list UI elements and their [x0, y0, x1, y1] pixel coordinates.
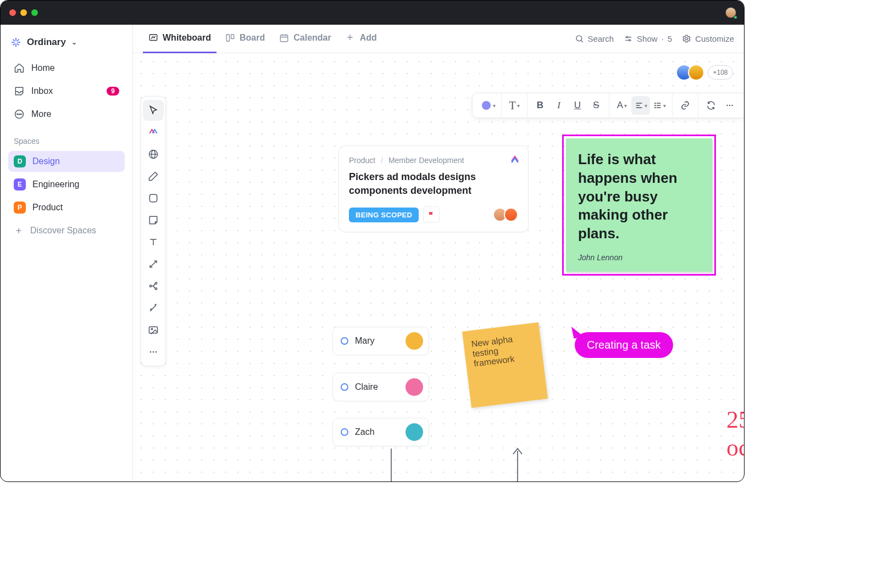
person-card[interactable]: Zach: [332, 418, 429, 446]
format-link[interactable]: [676, 96, 695, 115]
tabbar-right: Search Show · 5 Customize: [575, 34, 734, 43]
space-design[interactable]: D Design: [8, 151, 125, 172]
format-sync[interactable]: [702, 96, 720, 115]
maximize-window-icon[interactable]: [31, 9, 38, 16]
space-engineering[interactable]: E Engineering: [8, 174, 125, 195]
svg-point-51: [654, 105, 655, 105]
tool-mindmap[interactable]: [143, 276, 164, 296]
radio-icon[interactable]: [341, 428, 348, 436]
sliders-icon: [624, 34, 633, 43]
minimize-window-icon[interactable]: [20, 9, 27, 16]
collaborator-cursor-label: Creating a task: [575, 332, 673, 358]
svg-line-7: [13, 44, 15, 46]
search-icon: [575, 34, 584, 43]
search-label: Search: [588, 34, 614, 43]
user-avatar[interactable]: [688, 64, 704, 81]
format-color[interactable]: ▾: [479, 96, 498, 115]
board-icon: [225, 33, 235, 43]
tool-connector[interactable]: [143, 254, 164, 275]
task-breadcrumb: Product / Member Development: [349, 156, 518, 165]
breadcrumb-item[interactable]: Product: [349, 156, 375, 165]
whiteboard-canvas[interactable]: +108: [133, 53, 744, 481]
plus-icon: [346, 33, 356, 43]
nav-more[interactable]: More: [8, 104, 125, 125]
nav-home-label: Home: [31, 63, 55, 73]
task-flag-button[interactable]: [423, 206, 440, 223]
home-icon: [14, 63, 25, 74]
svg-point-54: [729, 105, 730, 106]
format-text-color[interactable]: A▾: [613, 96, 631, 115]
svg-point-43: [156, 351, 157, 353]
radio-icon[interactable]: [341, 383, 348, 391]
radio-icon[interactable]: [341, 337, 348, 345]
tool-select[interactable]: [143, 100, 164, 121]
nav-inbox[interactable]: Inbox 9: [8, 81, 125, 102]
tool-magic[interactable]: [143, 298, 164, 318]
chevron-down-icon: ⌄: [71, 38, 77, 46]
format-strike[interactable]: S: [587, 96, 606, 115]
format-bold[interactable]: B: [531, 96, 549, 115]
nav-home[interactable]: Home: [8, 58, 125, 79]
view-tabs: Whiteboard Board Calendar Add: [133, 25, 744, 53]
presence-more-button[interactable]: +108: [708, 65, 733, 80]
space-badge-icon: P: [14, 201, 26, 214]
tool-more[interactable]: [143, 341, 164, 362]
search-button[interactable]: Search: [575, 34, 614, 43]
gear-icon: [682, 34, 691, 43]
tab-board[interactable]: Board: [220, 25, 270, 53]
svg-point-52: [654, 107, 655, 108]
customize-button[interactable]: Customize: [682, 34, 734, 43]
workspace-switcher[interactable]: Ordinary ⌄: [8, 35, 125, 55]
svg-point-53: [726, 105, 727, 106]
task-status-pill[interactable]: BEING SCOPED: [349, 208, 419, 222]
workspace-logo-icon: [10, 37, 21, 48]
format-text-style[interactable]: T▾: [505, 96, 524, 115]
show-button[interactable]: Show · 5: [624, 34, 672, 43]
chevron-down-icon: ▾: [645, 103, 647, 109]
format-italic[interactable]: I: [549, 96, 568, 115]
task-card[interactable]: Product / Member Development Pickers ad …: [338, 145, 529, 232]
presence-stack[interactable]: +108: [680, 64, 733, 81]
space-badge-icon: D: [14, 155, 26, 167]
svg-point-41: [150, 351, 152, 353]
tool-ai[interactable]: [143, 122, 164, 143]
svg-line-6: [18, 40, 19, 41]
tool-shape[interactable]: [143, 188, 164, 209]
tab-label: Calendar: [293, 33, 331, 43]
format-underline[interactable]: U: [568, 96, 587, 115]
inbox-icon: [14, 86, 25, 97]
svg-point-40: [151, 328, 153, 330]
svg-point-27: [626, 36, 628, 38]
chevron-down-icon: ▾: [493, 103, 496, 109]
tool-image[interactable]: [143, 320, 164, 340]
plus-icon: [14, 226, 24, 236]
nav-inbox-label: Inbox: [31, 86, 53, 96]
space-product[interactable]: P Product: [8, 197, 125, 218]
sticky-note[interactable]: New alpha testing framework: [462, 322, 548, 408]
person-card[interactable]: Claire: [332, 373, 429, 401]
tool-text[interactable]: [143, 232, 164, 253]
breadcrumb-item[interactable]: Member Development: [388, 156, 464, 165]
svg-point-36: [149, 285, 151, 287]
assignee-avatar[interactable]: [504, 208, 518, 222]
quote-sticky[interactable]: Life is what happens when you're busy ma…: [562, 135, 716, 276]
format-more[interactable]: [720, 96, 739, 115]
tool-sticky[interactable]: [143, 210, 164, 231]
discover-spaces[interactable]: Discover Spaces: [8, 220, 125, 241]
svg-point-42: [153, 351, 154, 353]
format-list[interactable]: ▾: [650, 96, 669, 115]
show-sep: ·: [662, 34, 664, 43]
presence-status-dot: [734, 15, 737, 19]
close-window-icon[interactable]: [9, 9, 16, 16]
tool-pen[interactable]: [143, 166, 164, 187]
task-assignees[interactable]: [496, 208, 518, 222]
quote-text: Life is what happens when you're busy ma…: [578, 150, 700, 243]
tab-calendar[interactable]: Calendar: [274, 25, 336, 53]
tab-whiteboard[interactable]: Whiteboard: [143, 25, 216, 53]
format-align[interactable]: ▾: [631, 96, 650, 115]
svg-point-23: [576, 36, 581, 41]
person-card[interactable]: Mary: [332, 327, 429, 355]
tool-web[interactable]: [143, 144, 164, 165]
tab-add-view[interactable]: Add: [340, 25, 382, 53]
space-label: Design: [32, 156, 60, 166]
